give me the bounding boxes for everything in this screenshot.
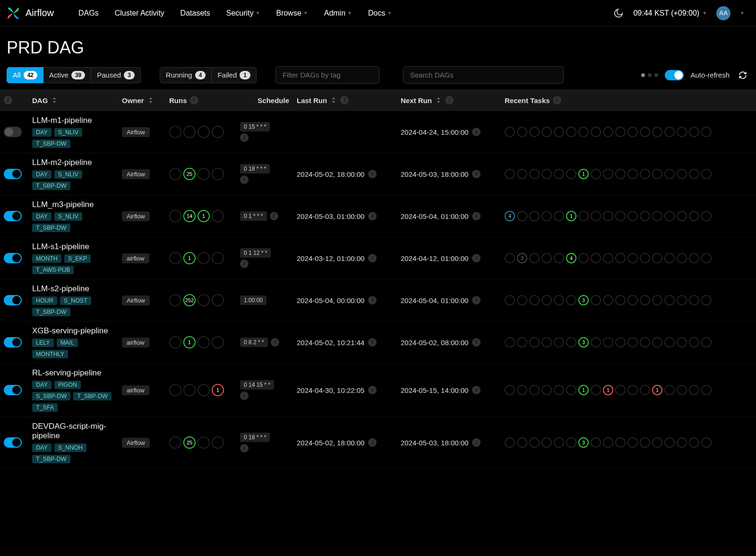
status-circle[interactable] bbox=[529, 337, 540, 348]
status-circle[interactable] bbox=[603, 127, 613, 137]
owner-chip[interactable]: Airflow bbox=[122, 211, 150, 221]
status-circle[interactable] bbox=[652, 295, 662, 305]
status-circle[interactable] bbox=[603, 169, 613, 179]
status-circle[interactable]: 4 bbox=[566, 253, 576, 263]
col-owner[interactable]: Owner bbox=[118, 90, 165, 111]
dag-enable-toggle[interactable] bbox=[4, 127, 22, 137]
dag-tag[interactable]: MONTH bbox=[32, 254, 61, 263]
col-dag[interactable]: DAG bbox=[28, 90, 118, 111]
dag-enable-toggle[interactable] bbox=[4, 337, 22, 348]
status-circle[interactable] bbox=[541, 169, 552, 179]
status-circle[interactable] bbox=[505, 337, 515, 348]
status-circle[interactable] bbox=[689, 337, 699, 348]
status-circle[interactable] bbox=[591, 437, 601, 448]
status-circle[interactable] bbox=[640, 253, 650, 263]
status-circle[interactable] bbox=[615, 437, 626, 448]
status-circle[interactable] bbox=[701, 253, 712, 263]
dag-tag[interactable]: T_SBP-DW bbox=[32, 308, 70, 316]
status-circle[interactable] bbox=[505, 169, 515, 179]
info-icon[interactable]: i bbox=[472, 254, 481, 262]
status-circle[interactable] bbox=[198, 168, 210, 180]
nav-security[interactable]: Security▼ bbox=[221, 5, 266, 21]
owner-chip[interactable]: Airflow bbox=[122, 438, 150, 448]
status-circle[interactable] bbox=[677, 211, 687, 221]
user-avatar[interactable]: AA bbox=[716, 6, 730, 20]
owner-chip[interactable]: Airflow bbox=[122, 169, 150, 179]
status-circle[interactable]: 3 bbox=[578, 337, 589, 348]
nav-docs[interactable]: Docs▼ bbox=[362, 5, 397, 21]
schedule-expression[interactable]: 0 15 * * * bbox=[240, 122, 270, 131]
status-circle[interactable] bbox=[212, 336, 224, 348]
status-circle[interactable] bbox=[529, 127, 540, 137]
info-icon[interactable]: i bbox=[368, 338, 377, 347]
dag-tag[interactable]: T_SBP-DW bbox=[73, 392, 112, 400]
status-circle[interactable] bbox=[578, 127, 589, 137]
status-circle[interactable]: 3 bbox=[517, 253, 527, 263]
dag-tag[interactable]: T_SBP-DW bbox=[32, 139, 70, 148]
status-circle[interactable] bbox=[212, 436, 224, 449]
dag-tag[interactable]: HOUR bbox=[32, 296, 57, 305]
status-circle[interactable] bbox=[198, 336, 210, 348]
status-circle[interactable] bbox=[212, 210, 224, 222]
owner-chip[interactable]: airflow bbox=[122, 338, 149, 348]
status-circle[interactable] bbox=[541, 253, 552, 263]
tag-filter-input[interactable] bbox=[275, 66, 379, 84]
status-circle[interactable] bbox=[541, 385, 552, 395]
status-circle[interactable] bbox=[664, 337, 675, 348]
status-circle[interactable]: 25 bbox=[183, 436, 196, 449]
status-circle[interactable] bbox=[652, 169, 662, 179]
status-circle[interactable] bbox=[198, 252, 210, 264]
status-circle[interactable] bbox=[664, 169, 675, 179]
status-circle[interactable] bbox=[554, 169, 564, 179]
status-circle[interactable] bbox=[566, 337, 576, 348]
dag-name-link[interactable]: LLM-s2-pipeline bbox=[32, 284, 114, 294]
status-circle[interactable] bbox=[689, 253, 699, 263]
status-circle[interactable] bbox=[578, 211, 589, 221]
status-circle[interactable] bbox=[554, 337, 564, 348]
status-circle[interactable] bbox=[677, 169, 687, 179]
status-circle[interactable] bbox=[517, 127, 527, 137]
info-icon[interactable]: i bbox=[472, 128, 481, 136]
status-circle[interactable] bbox=[591, 295, 601, 305]
status-circle[interactable]: 3 bbox=[578, 295, 589, 305]
status-circle[interactable] bbox=[701, 211, 712, 221]
dag-tag[interactable]: S_NLIV bbox=[54, 212, 82, 221]
info-icon[interactable]: i bbox=[472, 296, 481, 304]
status-circle[interactable] bbox=[198, 384, 210, 396]
dag-tag[interactable]: DAY bbox=[32, 443, 52, 452]
status-circle[interactable] bbox=[554, 385, 564, 395]
status-circle[interactable] bbox=[664, 437, 675, 448]
status-circle[interactable]: 14 bbox=[183, 210, 196, 222]
dag-name-link[interactable]: DEVDAG-script-mig-pipeline bbox=[32, 422, 114, 441]
info-icon[interactable]: i bbox=[270, 212, 278, 220]
status-circle[interactable] bbox=[198, 436, 210, 449]
dag-name-link[interactable]: XGB-serving-piepline bbox=[32, 326, 114, 336]
status-circle[interactable] bbox=[578, 253, 589, 263]
col-next-run[interactable]: Next Run i bbox=[397, 89, 501, 111]
status-circle[interactable] bbox=[664, 385, 675, 395]
status-circle[interactable] bbox=[591, 127, 601, 137]
info-icon[interactable]: i bbox=[240, 444, 249, 452]
schedule-expression[interactable]: 0 8 2 * * bbox=[240, 338, 268, 347]
status-circle[interactable] bbox=[677, 295, 687, 305]
status-circle[interactable] bbox=[652, 337, 662, 348]
info-icon[interactable]: i bbox=[472, 386, 481, 394]
dag-tag[interactable]: S_NOST bbox=[60, 296, 91, 305]
status-circle[interactable] bbox=[640, 337, 650, 348]
status-circle[interactable] bbox=[652, 437, 662, 448]
status-circle[interactable] bbox=[541, 337, 552, 348]
info-icon[interactable]: i bbox=[368, 296, 377, 304]
filter-all[interactable]: All 42 bbox=[7, 67, 43, 83]
schedule-expression[interactable]: 1:00:00 bbox=[240, 295, 266, 305]
status-circle[interactable] bbox=[212, 294, 224, 306]
schedule-expression[interactable]: 0 14 15 * * bbox=[240, 380, 274, 390]
status-circle[interactable] bbox=[627, 385, 638, 395]
dag-tag[interactable]: LELY bbox=[32, 339, 54, 347]
info-icon[interactable]: i bbox=[472, 338, 481, 347]
status-circle[interactable] bbox=[689, 211, 699, 221]
status-circle[interactable] bbox=[541, 437, 552, 448]
auto-refresh-toggle[interactable] bbox=[665, 70, 684, 80]
status-circle[interactable] bbox=[529, 169, 540, 179]
dag-tag[interactable]: MONTHLY bbox=[32, 350, 68, 358]
status-circle[interactable] bbox=[529, 437, 540, 448]
